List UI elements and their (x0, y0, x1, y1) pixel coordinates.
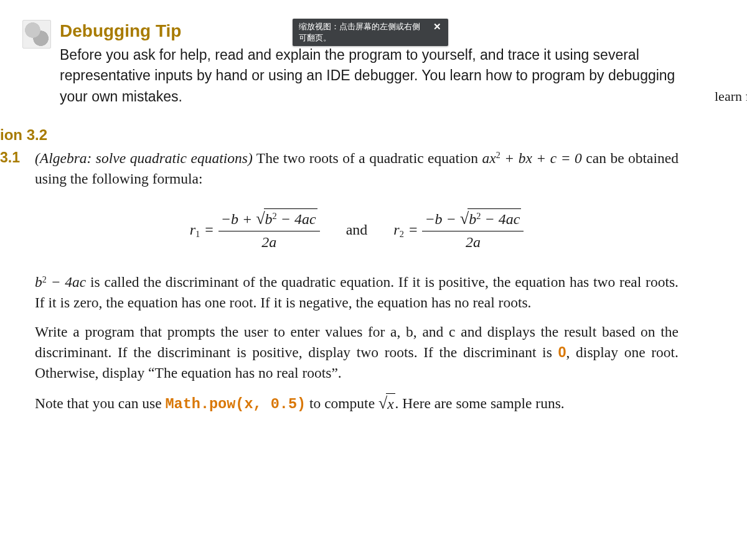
sqrt-x: √x (378, 392, 395, 414)
code-math-pow: Math.pow(x, 0.5) (165, 396, 306, 413)
callout-text: Before you ask for help, read and explai… (60, 45, 679, 107)
margin-note: learn f (715, 88, 747, 105)
exercise-body: (Algebra: solve quadratic equations) The… (35, 148, 679, 424)
discriminant-paragraph: b2 − 4ac is called the discriminant of t… (35, 272, 679, 313)
page-root: Debugging Tip Before you ask for help, r… (0, 0, 747, 560)
exercise-intro: (Algebra: solve quadratic equations) The… (35, 148, 679, 189)
formula-r1: r1 = −b + √b2 − 4ac 2a (190, 207, 320, 254)
text: The two roots of a quadratic equation (253, 150, 482, 166)
program-prompt-paragraph: Write a program that prompts the user to… (35, 322, 679, 383)
zoom-hint-text: 缩放视图：点击屏幕的左侧或右侧 可翻页。 (299, 21, 431, 43)
note-paragraph: Note that you can use Math.pow(x, 0.5) t… (35, 392, 679, 415)
zero-highlight: 0 (558, 344, 566, 360)
note-bug-icon (22, 20, 51, 49)
exercise-number: 3.1 (0, 148, 35, 166)
quadratic-formula: r1 = −b + √b2 − 4ac 2a and r2 = (35, 207, 679, 254)
section-heading: ion 3.2 (0, 126, 47, 144)
exercise-3-1: 3.1 (Algebra: solve quadratic equations)… (0, 148, 679, 424)
formula-and: and (346, 220, 368, 241)
close-icon[interactable]: ✕ (431, 21, 443, 32)
equation-ax2: ax2 + bx + c = 0 (482, 150, 582, 166)
zoom-hint-tooltip: 缩放视图：点击屏幕的左侧或右侧 可翻页。 ✕ (293, 19, 448, 46)
exercise-subtitle: (Algebra: solve quadratic equations) (35, 150, 253, 166)
formula-r2: r2 = −b − √b2 − 4ac 2a (393, 207, 524, 254)
